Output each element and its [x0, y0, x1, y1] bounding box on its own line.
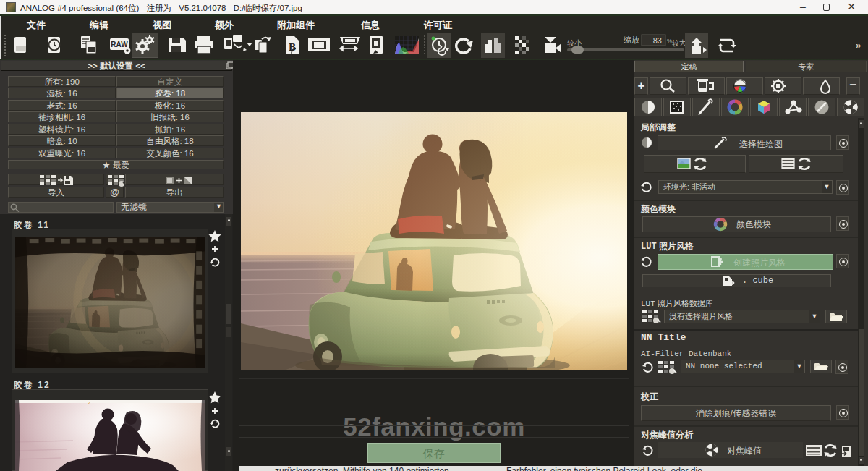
svg-text:2: 2 [88, 401, 90, 406]
svg-text:较小: 较小 [567, 39, 582, 47]
svg-text:»: » [856, 40, 861, 51]
svg-text:缩放: 缩放 [624, 35, 639, 44]
svg-text:83: 83 [653, 36, 662, 45]
svg-text:RAW: RAW [111, 41, 128, 48]
svg-text:较大: 较大 [672, 39, 686, 47]
